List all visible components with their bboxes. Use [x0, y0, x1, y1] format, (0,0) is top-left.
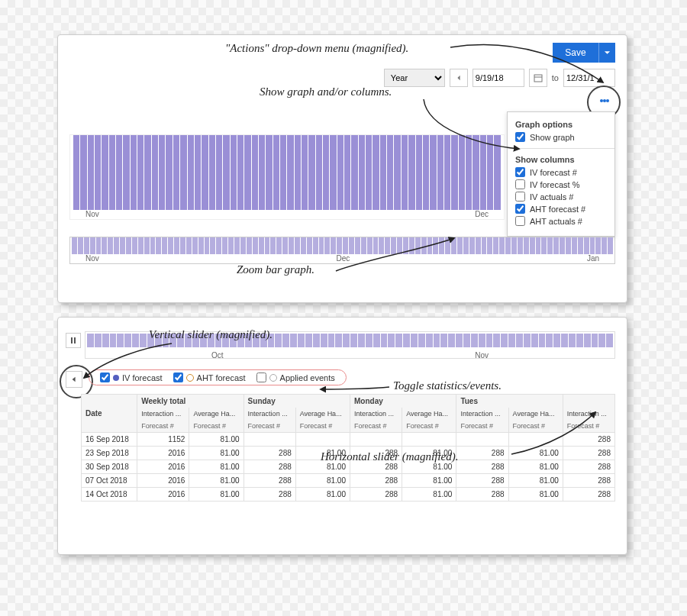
col-opt-2[interactable]: IV actuals #	[515, 192, 607, 202]
show-columns-header: Show columns	[515, 155, 607, 164]
table-row[interactable]: 16 Sep 2018115281.00288	[82, 433, 615, 447]
zoom-bar-graph[interactable]: Nov Dec Jan	[69, 237, 615, 264]
chart-bars	[70, 135, 504, 210]
save-dropdown-button[interactable]	[598, 43, 615, 63]
pause-button[interactable]	[66, 333, 81, 348]
date-to-label: to	[552, 73, 559, 82]
callout-vslider: Vertical slider (magnified).	[149, 328, 273, 341]
graph-options-header: Graph options	[515, 120, 607, 129]
save-button-group: Save	[553, 43, 615, 63]
granularity-select[interactable]: Year	[384, 69, 445, 87]
col-opt-0[interactable]: IV forecast #	[515, 167, 607, 177]
legend-dot-aht	[186, 374, 194, 382]
sub-interaction: Interaction ...	[137, 408, 189, 420]
zoom-axis: Nov Dec Jan	[70, 254, 614, 266]
callout-showgraph: Show graph and/or columns.	[260, 85, 392, 98]
legend-dot-iv	[113, 375, 119, 381]
toggle-iv-forecast[interactable]: IV forecast	[100, 373, 163, 382]
toggle-aht-forecast[interactable]: AHT forecast	[173, 373, 246, 382]
show-graph-toggle[interactable]: Show graph	[515, 132, 607, 142]
col-opt-3[interactable]: AHT forecast #	[515, 204, 607, 214]
vertical-slider-handle[interactable]	[66, 371, 82, 388]
save-button[interactable]: Save	[553, 43, 598, 63]
col-group-weekly: Weekly total	[137, 395, 244, 408]
callout-zoombar: Zoom bar graph.	[237, 263, 314, 276]
graph-options-dropdown: Graph options Show graph Show columns IV…	[507, 111, 615, 237]
col-opt-4[interactable]: AHT actuals #	[515, 216, 607, 226]
calendar-icon[interactable]	[529, 69, 547, 87]
callout-actions: "Actions" drop-down menu (magnified).	[225, 42, 408, 55]
col-opt-1[interactable]: IV forecast %	[515, 179, 607, 189]
table-row[interactable]: 14 Oct 2018201681.0028881.0028881.002888…	[82, 488, 615, 502]
toggle-applied-events[interactable]: Applied events	[256, 373, 335, 382]
col-group-sunday: Sunday	[244, 395, 350, 408]
date-start-input[interactable]	[473, 69, 524, 87]
statistics-toggle-row: IV forecast AHT forecast Applied events	[89, 369, 347, 385]
col-date[interactable]: Date	[82, 395, 137, 433]
col-group-tuesday: Tues	[456, 395, 563, 408]
col-group-monday: Monday	[350, 395, 456, 408]
overview-axis: Oct Nov	[85, 351, 614, 360]
triangle-left-icon	[71, 376, 77, 382]
chevron-left-icon	[456, 75, 462, 81]
forecast-graph-panel: Save Year to Graph options Show graph Sh…	[57, 34, 627, 303]
sub-average: Average Ha...	[189, 408, 244, 420]
table-row[interactable]: 07 Oct 2018201681.0028881.0028881.002888…	[82, 474, 615, 488]
chart-x-axis: Nov Dec	[70, 210, 504, 222]
zoom-bars	[70, 237, 614, 254]
svg-rect-0	[534, 75, 542, 82]
forecast-table-panel: Oct Nov e Activityvity (14952... IV fore…	[57, 317, 627, 555]
forecast-data-table[interactable]: Date Weekly total Sunday Monday Tues Int…	[81, 394, 615, 547]
callout-hslider: Horizontal slider (magnified).	[321, 450, 458, 463]
date-range-bar: Year to	[384, 69, 615, 87]
date-end-input[interactable]	[563, 69, 615, 87]
callout-toggle: Toggle statistics/events.	[393, 379, 502, 392]
forecast-bar-chart[interactable]: Nov Dec	[69, 134, 505, 220]
legend-dot-applied	[269, 374, 277, 382]
chevron-down-icon	[604, 49, 611, 56]
date-prev-button[interactable]	[450, 69, 468, 87]
actions-menu-button[interactable]	[594, 90, 615, 111]
